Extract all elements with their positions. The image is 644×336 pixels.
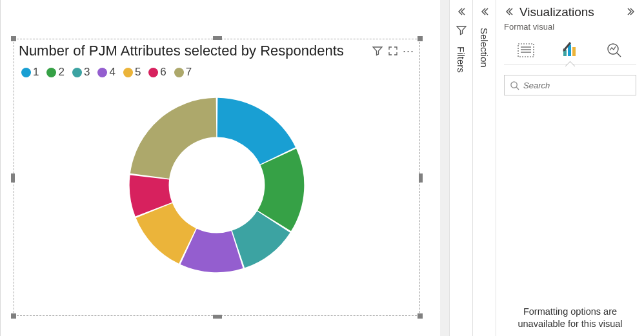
legend-label: 7 [186, 66, 192, 79]
svg-rect-6 [572, 47, 576, 56]
visualizations-pane: Visualizations Format visual [496, 0, 644, 336]
expand-filters-icon[interactable] [456, 6, 467, 19]
donut-chart-svg [123, 92, 310, 279]
canvas-scroll-track[interactable] [440, 0, 449, 336]
legend-label: 3 [84, 66, 90, 79]
expand-viz-icon[interactable] [626, 6, 636, 19]
resize-handle-top-left[interactable] [11, 36, 16, 41]
filter-icon[interactable] [371, 44, 384, 57]
resize-handle-top-right[interactable] [418, 36, 423, 41]
resize-handle-bottom-left[interactable] [11, 313, 16, 319]
tab-format[interactable] [554, 39, 585, 61]
donut-chart-visual[interactable]: Number of PJM Attributes selected by Res… [14, 39, 420, 316]
legend-swatch [21, 68, 31, 77]
legend-label: 1 [33, 66, 39, 79]
collapse-viz-icon[interactable] [504, 6, 514, 19]
legend-item[interactable]: 1 [21, 66, 39, 79]
resize-handle-right-center[interactable] [419, 173, 423, 183]
selection-pane-collapsed[interactable]: Selection [472, 0, 496, 336]
legend-item[interactable]: 5 [123, 66, 141, 79]
report-canvas[interactable]: Number of PJM Attributes selected by Res… [0, 0, 449, 336]
search-icon [510, 81, 519, 90]
focus-mode-icon[interactable] [387, 44, 399, 57]
legend-label: 6 [160, 66, 166, 79]
legend-swatch [46, 68, 56, 77]
svg-point-11 [511, 81, 517, 87]
filters-label[interactable]: Filters [456, 46, 467, 73]
filter-icon [456, 25, 467, 37]
tab-build[interactable] [510, 39, 541, 61]
donut-chart-area[interactable] [14, 79, 420, 292]
resize-handle-left-center[interactable] [11, 173, 15, 183]
chart-legend: 1234567 [14, 59, 420, 79]
legend-item[interactable]: 7 [174, 66, 192, 79]
legend-label: 5 [135, 66, 141, 79]
donut-slice[interactable] [217, 98, 296, 164]
legend-label: 4 [109, 66, 115, 79]
svg-line-12 [516, 87, 519, 90]
selection-label[interactable]: Selection [479, 28, 490, 68]
more-options-icon[interactable]: ··· [402, 44, 415, 57]
legend-swatch [97, 68, 107, 77]
legend-swatch [123, 68, 133, 77]
legend-label: 2 [58, 66, 64, 79]
legend-swatch [72, 68, 82, 77]
svg-line-10 [617, 53, 621, 57]
legend-item[interactable]: 2 [46, 66, 64, 79]
legend-item[interactable]: 4 [97, 66, 115, 79]
donut-slice[interactable] [130, 98, 216, 179]
legend-item[interactable]: 3 [72, 66, 90, 79]
chart-title: Number of PJM Attributes selected by Res… [19, 43, 368, 59]
viz-pane-title: Visualizations [519, 5, 621, 19]
resize-handle-bottom-center[interactable] [213, 315, 222, 319]
viz-tabstrip [504, 39, 636, 64]
resize-handle-top-center[interactable] [213, 36, 222, 40]
legend-swatch [148, 68, 158, 77]
filters-pane-collapsed[interactable]: Filters [449, 0, 472, 336]
legend-swatch [174, 68, 184, 77]
search-placeholder: Search [523, 81, 550, 90]
legend-item[interactable]: 6 [148, 66, 166, 79]
svg-rect-0 [518, 44, 534, 57]
viz-pane-subtitle: Format visual [504, 22, 636, 32]
search-input[interactable]: Search [504, 75, 636, 95]
expand-selection-icon[interactable] [479, 6, 490, 19]
resize-handle-bottom-right[interactable] [418, 313, 423, 319]
tab-analytics[interactable] [599, 39, 630, 61]
format-unavailable-message: Formatting options are unavailable for t… [504, 306, 636, 331]
